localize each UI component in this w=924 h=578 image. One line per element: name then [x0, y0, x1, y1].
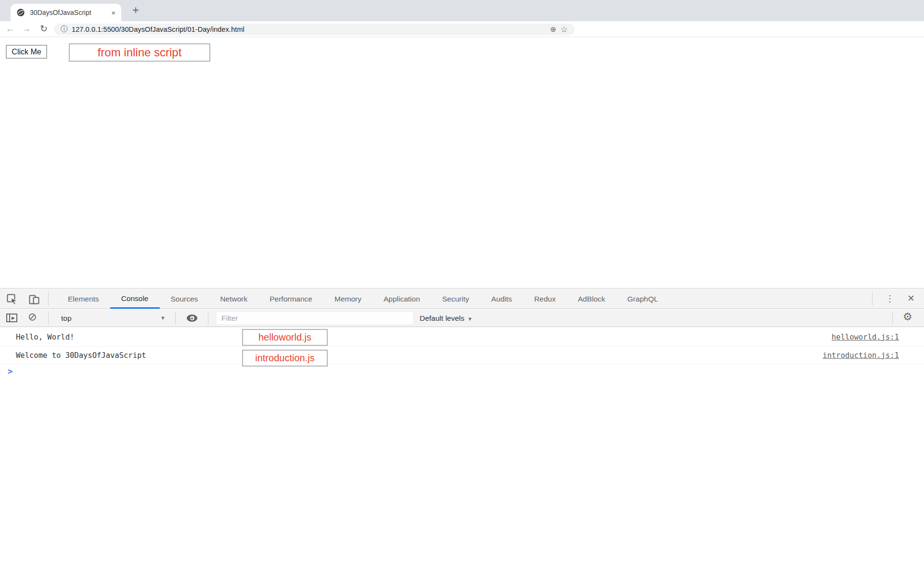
- browser-toolbar: ← → ↻ ⓘ 127.0.0.1:5500/30DaysOfJavaScrip…: [0, 21, 924, 37]
- browser-window: 30DaysOfJavaScript × + ← → ↻ ⓘ 127.0.0.1…: [0, 0, 924, 578]
- console-toolbar: ▶ ⊘ top ▼ Default levels▼ ⚙: [0, 309, 924, 327]
- tab-audits[interactable]: Audits: [480, 289, 523, 309]
- divider: [892, 312, 893, 325]
- divider: [48, 312, 49, 325]
- console-messages: Hello, World!helloworld.jshelloworld.js:…: [0, 328, 924, 381]
- settings-gear-icon[interactable]: ⚙: [903, 311, 912, 323]
- tab-console[interactable]: Console: [110, 289, 160, 309]
- tab-elements[interactable]: Elements: [57, 289, 110, 309]
- console-prompt[interactable]: >: [0, 364, 924, 381]
- back-icon[interactable]: ←: [3, 21, 17, 37]
- devtools-tab-bar: ElementsConsoleSourcesNetworkPerformance…: [0, 289, 924, 309]
- zoom-icon[interactable]: ⊕: [550, 25, 556, 34]
- console-row: Welcome to 30DaysOfJavaScriptintroductio…: [0, 347, 924, 364]
- chevron-down-icon: ▼: [467, 316, 473, 322]
- devtools-panel: ElementsConsoleSourcesNetworkPerformance…: [0, 288, 924, 578]
- console-message: Hello, World!: [16, 333, 74, 342]
- divider: [175, 312, 176, 325]
- browser-tab[interactable]: 30DaysOfJavaScript ×: [11, 4, 121, 21]
- filter-input[interactable]: [217, 312, 413, 324]
- tab-application[interactable]: Application: [372, 289, 431, 309]
- script-annotation-box: introduction.js: [242, 350, 328, 367]
- chevron-down-icon: ▼: [160, 309, 166, 327]
- devtools-close-icon[interactable]: ×: [903, 289, 919, 309]
- site-favicon-globe-icon: [16, 8, 25, 17]
- console-message: Welcome to 30DaysOfJavaScript: [16, 351, 146, 360]
- prompt-chevron-icon: >: [8, 367, 13, 376]
- tab-network[interactable]: Network: [209, 289, 258, 309]
- tab-adblock[interactable]: AdBlock: [567, 289, 616, 309]
- tab-security[interactable]: Security: [431, 289, 480, 309]
- log-levels-dropdown[interactable]: Default levels▼: [420, 309, 473, 327]
- execution-context-selector[interactable]: top ▼: [54, 309, 169, 327]
- devtools-tabs: ElementsConsoleSourcesNetworkPerformance…: [57, 289, 669, 309]
- new-tab-button[interactable]: +: [128, 3, 143, 18]
- divider: [48, 292, 49, 306]
- tab-performance[interactable]: Performance: [258, 289, 323, 309]
- inspect-element-icon[interactable]: [6, 293, 18, 305]
- devtools-more-icon[interactable]: ⋮: [883, 289, 897, 309]
- source-link[interactable]: introduction.js:1: [822, 351, 899, 360]
- live-expression-eye-icon[interactable]: [187, 315, 197, 322]
- tab-graphql[interactable]: GraphQL: [616, 289, 669, 309]
- clear-console-icon[interactable]: ⊘: [28, 311, 37, 323]
- click-me-button[interactable]: Click Me: [6, 45, 47, 59]
- divider: [872, 292, 873, 306]
- tab-redux[interactable]: Redux: [523, 289, 567, 309]
- device-toolbar-icon[interactable]: [28, 293, 40, 305]
- divider: [208, 312, 208, 325]
- url-text[interactable]: 127.0.0.1:5500/30DaysOfJavaScript/01-Day…: [72, 26, 546, 33]
- reload-icon[interactable]: ↻: [37, 21, 51, 37]
- console-sidebar-toggle-icon[interactable]: ▶: [6, 314, 17, 322]
- tab-strip: 30DaysOfJavaScript × +: [0, 0, 924, 21]
- tab-memory[interactable]: Memory: [323, 289, 372, 309]
- tab-close-icon[interactable]: ×: [111, 9, 116, 17]
- bookmark-star-icon[interactable]: ☆: [561, 25, 568, 35]
- console-row: Hello, World!helloworld.jshelloworld.js:…: [0, 328, 924, 347]
- source-link[interactable]: helloworld.js:1: [832, 333, 899, 342]
- address-bar[interactable]: ⓘ 127.0.0.1:5500/30DaysOfJavaScript/01-D…: [54, 24, 575, 35]
- page-content: Click Me from inline script: [0, 37, 924, 288]
- levels-label: Default levels: [420, 314, 464, 322]
- tab-sources[interactable]: Sources: [160, 289, 209, 309]
- context-label: top: [61, 309, 72, 327]
- page-info-icon[interactable]: ⓘ: [61, 25, 67, 34]
- inline-script-annotation-box: from inline script: [69, 43, 210, 62]
- forward-icon[interactable]: →: [19, 21, 34, 37]
- script-annotation-box: helloworld.js: [242, 329, 328, 346]
- tab-title: 30DaysOfJavaScript: [30, 9, 106, 16]
